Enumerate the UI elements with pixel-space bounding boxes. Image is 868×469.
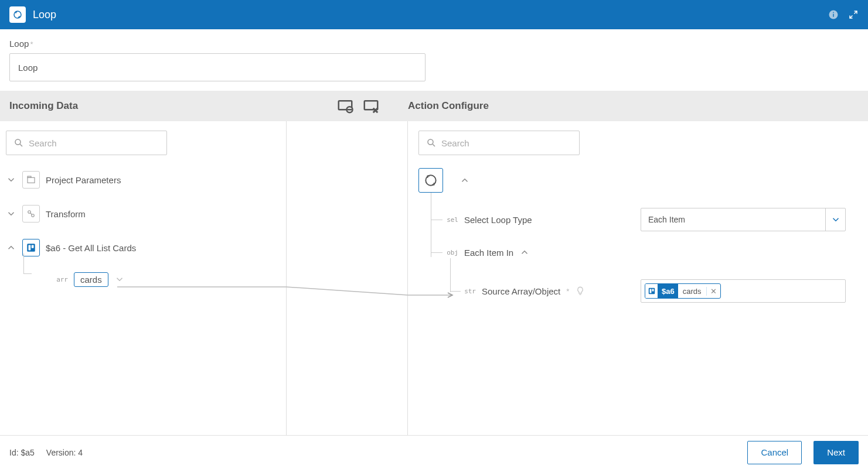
incoming-tree: Project Parameters Transform	[6, 168, 280, 291]
tree-node-project-parameters[interactable]: Project Parameters	[6, 168, 280, 191]
loop-app-icon	[9, 6, 26, 23]
svg-point-15	[428, 139, 433, 145]
middle-divider	[287, 121, 408, 435]
incoming-data-heading: Incoming Data	[9, 100, 78, 112]
footer-id-label: Id: $a5	[9, 448, 35, 457]
footer-bar: Id: $a5 Version: 4 Cancel Next	[0, 435, 868, 469]
svg-rect-3	[833, 12, 834, 13]
svg-rect-17	[648, 288, 655, 295]
cfg-connector-h	[431, 220, 442, 220]
loop-name-section: Loop*	[0, 29, 868, 91]
source-token-input[interactable]: $a6 cards ✕	[641, 279, 846, 303]
field-type-badge: arr	[52, 276, 68, 283]
search-icon	[13, 138, 24, 148]
cfg-connector-v1	[431, 193, 431, 257]
header-bar: Loop	[0, 0, 868, 29]
folder-icon	[22, 171, 40, 189]
token-remove-icon[interactable]: ✕	[706, 287, 720, 296]
select-loop-type-value: Each Item	[648, 215, 685, 224]
hint-bulb-icon[interactable]	[575, 286, 586, 296]
action-configure-heading: Action Configure	[408, 100, 489, 112]
field-type-badge: obj	[442, 249, 458, 256]
token-id: $a6	[658, 284, 678, 298]
source-token[interactable]: $a6 cards ✕	[645, 283, 721, 299]
config-row-select-loop-type: sel Select Loop Type Each Item	[418, 207, 857, 232]
incoming-column: Project Parameters Transform	[0, 121, 287, 435]
svg-rect-18	[649, 289, 651, 293]
footer-version-label: Version: 4	[46, 448, 83, 457]
tree-node-a6[interactable]: $a6 - Get All List Cards	[6, 236, 280, 259]
config-tree: sel Select Loop Type Each Item obj Each …	[418, 168, 857, 304]
tree-node-transform[interactable]: Transform	[6, 202, 280, 225]
svg-point-7	[15, 139, 21, 145]
cfg-connector-h	[450, 291, 461, 292]
search-icon	[426, 138, 437, 148]
svg-rect-14	[32, 245, 34, 248]
chevron-up-icon[interactable]	[6, 242, 16, 253]
field-type-badge: sel	[442, 216, 458, 224]
svg-rect-8	[28, 177, 35, 183]
config-row-each-item-in[interactable]: obj Each Item In	[418, 239, 857, 265]
svg-rect-12	[27, 244, 35, 252]
svg-point-0	[14, 11, 21, 18]
cfg-connector-v2	[450, 258, 451, 292]
loop-name-input[interactable]	[9, 53, 426, 81]
each-item-in-label: Each Item In	[464, 248, 513, 258]
cancel-button[interactable]: Cancel	[747, 441, 802, 464]
svg-rect-13	[29, 245, 31, 251]
tree-node-label: $a6 - Get All List Cards	[46, 243, 136, 253]
action-column: sel Select Loop Type Each Item obj Each …	[408, 121, 868, 435]
incoming-search[interactable]	[6, 131, 167, 155]
config-row-source: str Source Array/Object *	[418, 278, 857, 304]
chevron-up-icon[interactable]	[519, 247, 530, 258]
section-headers: Incoming Data Action Configure	[0, 91, 868, 121]
chevron-up-icon[interactable]	[459, 175, 470, 186]
trello-icon	[645, 284, 658, 298]
chevron-down-icon[interactable]	[114, 274, 125, 285]
expand-icon[interactable]	[848, 9, 859, 20]
token-field: cards	[678, 287, 706, 296]
loop-icon	[12, 9, 23, 20]
action-search-input[interactable]	[441, 138, 572, 148]
chevron-down-icon[interactable]	[6, 208, 16, 219]
loop-name-label: Loop*	[9, 39, 859, 49]
select-loop-type-dropdown[interactable]: Each Item	[641, 208, 846, 231]
transform-icon	[22, 205, 40, 222]
next-button[interactable]: Next	[813, 441, 859, 464]
action-search[interactable]	[418, 131, 580, 155]
tree-node-cards[interactable]: arr cards	[6, 268, 280, 291]
tree-node-label: Transform	[46, 209, 86, 219]
main-area: Project Parameters Transform	[0, 121, 868, 435]
data-preview-icon[interactable]	[336, 97, 354, 115]
loop-icon	[423, 173, 438, 188]
incoming-search-input[interactable]	[29, 138, 159, 148]
page-title: Loop	[33, 9, 821, 21]
field-type-badge: str	[459, 287, 476, 295]
config-root-loop-icon[interactable]	[418, 168, 443, 193]
source-label: Source Array/Object	[482, 286, 560, 296]
select-loop-type-label: Select Loop Type	[464, 215, 532, 225]
info-icon[interactable]	[828, 9, 839, 20]
svg-rect-19	[652, 289, 653, 292]
cfg-connector-h	[431, 252, 442, 253]
tree-connector-v	[23, 254, 24, 273]
tree-node-label: Project Parameters	[46, 175, 121, 185]
field-chip-cards[interactable]: cards	[74, 272, 108, 287]
tree-connector-h	[23, 273, 32, 274]
svg-rect-6	[365, 101, 378, 109]
data-clear-icon[interactable]	[362, 97, 380, 115]
svg-rect-9	[28, 176, 31, 177]
chevron-down-icon[interactable]	[6, 174, 16, 185]
chevron-down-icon[interactable]	[825, 208, 845, 231]
svg-rect-2	[833, 14, 834, 17]
trello-icon	[22, 239, 40, 256]
